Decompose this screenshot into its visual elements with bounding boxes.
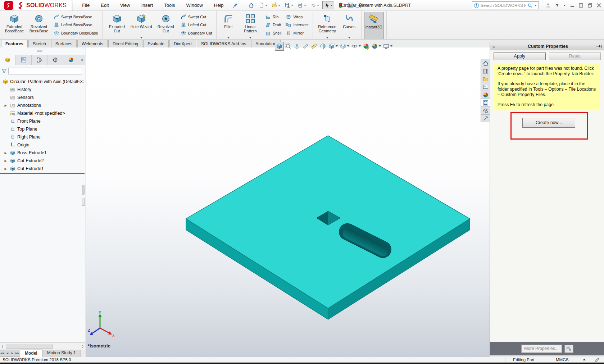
hole-wizard-dropdown-caret[interactable] bbox=[140, 37, 142, 38]
tab-direct-editing[interactable]: Direct Editing bbox=[108, 40, 142, 47]
home-button[interactable] bbox=[247, 1, 255, 9]
tree-item-history[interactable]: History bbox=[0, 86, 85, 94]
edit-appearance-button[interactable] bbox=[362, 42, 370, 50]
panel-tabs-overflow-chevron[interactable]: > bbox=[79, 55, 85, 65]
expand-arrow[interactable]: ▶ bbox=[3, 151, 8, 155]
intersect-button[interactable]: Intersect bbox=[286, 22, 308, 28]
pin-menu-icon[interactable] bbox=[232, 3, 238, 8]
tree-item-front-plane[interactable]: Front Plane bbox=[0, 117, 85, 125]
tab-dimxpert[interactable]: DimXpert bbox=[169, 40, 196, 47]
shell-button[interactable]: Shell bbox=[265, 29, 281, 36]
tag-notification-icon[interactable] bbox=[594, 357, 600, 363]
task-pane-tab-appearances-scenes[interactable] bbox=[481, 91, 490, 99]
apply-scene-button[interactable] bbox=[371, 42, 382, 50]
zoom-to-area-button[interactable] bbox=[284, 42, 292, 50]
expand-arrow[interactable]: ▶ bbox=[3, 167, 8, 170]
display-style-dropdown-caret[interactable] bbox=[347, 45, 349, 47]
undo-dropdown-caret[interactable] bbox=[317, 5, 319, 6]
new-document-dropdown-caret[interactable] bbox=[265, 5, 267, 6]
tab-propertymanager[interactable] bbox=[16, 55, 32, 65]
lofted-cut-button[interactable]: Lofted Cut bbox=[181, 22, 212, 28]
search-input[interactable]: Search SOLIDWORKS Help bbox=[481, 3, 526, 8]
open-dropdown-caret[interactable] bbox=[278, 5, 280, 6]
tab-scroll-prev[interactable]: ◀ bbox=[5, 350, 10, 357]
extruded-cut-button[interactable]: Extruded Cut bbox=[105, 12, 129, 39]
search-dropdown-caret[interactable] bbox=[535, 5, 537, 6]
new-document-button[interactable] bbox=[258, 1, 268, 9]
hide-show-items-dropdown-caret[interactable] bbox=[359, 45, 361, 47]
menu-tools[interactable]: Tools bbox=[163, 2, 176, 9]
task-pane-tab-file-explorer[interactable] bbox=[481, 75, 490, 83]
tab-surfaces[interactable]: Surfaces bbox=[51, 40, 77, 47]
task-pane-tab-solidworks-cam[interactable] bbox=[481, 106, 490, 114]
expand-arrow-icon[interactable]: ▶ bbox=[4, 151, 6, 155]
fillet-button[interactable]: Fillet bbox=[219, 12, 238, 39]
tab-weldments[interactable]: Weldments bbox=[77, 40, 108, 47]
zoom-to-fit-button[interactable] bbox=[275, 42, 284, 51]
tab-displaymanager[interactable] bbox=[63, 55, 79, 65]
apply-scene-dropdown-caret[interactable] bbox=[379, 45, 381, 47]
reference-geometry-button[interactable]: Reference Geometry bbox=[315, 12, 339, 39]
menu-help[interactable]: Help bbox=[213, 2, 224, 9]
user-account-icon[interactable] bbox=[545, 3, 551, 8]
expand-arrow[interactable]: ▶ bbox=[3, 159, 8, 163]
scroll-right-arrow[interactable]: 〉 bbox=[80, 344, 85, 349]
panel-grip-handle[interactable] bbox=[37, 50, 42, 52]
print-button[interactable] bbox=[296, 1, 307, 9]
undo-button[interactable] bbox=[309, 1, 320, 9]
help-dropdown-caret[interactable] bbox=[563, 5, 566, 6]
rib-button[interactable]: Rib bbox=[265, 13, 281, 20]
task-pane-tab-custom-properties[interactable] bbox=[481, 99, 490, 106]
boundary-cut-button[interactable]: Boundary Cut bbox=[181, 29, 212, 36]
help-button[interactable]: ? bbox=[556, 3, 559, 8]
pin-panel-icon[interactable] bbox=[596, 44, 602, 49]
view-settings-button[interactable] bbox=[382, 42, 393, 50]
tree-item-annotations[interactable]: ▶AAnnotations bbox=[0, 101, 85, 109]
measure-button[interactable] bbox=[310, 42, 318, 50]
rollback-bar[interactable] bbox=[0, 173, 85, 174]
task-pane-tab-solidworks-resources[interactable] bbox=[481, 59, 490, 67]
tree-item-material-not-specified[interactable]: Material <not specified> bbox=[0, 109, 85, 117]
tree-item-top-plane[interactable]: Top Plane bbox=[0, 125, 85, 133]
close-button[interactable] bbox=[597, 3, 601, 8]
collapse-panel-icon[interactable]: « bbox=[492, 44, 500, 49]
tab-solidworks-add-ins[interactable]: SOLIDWORKS Add-Ins bbox=[197, 40, 250, 47]
linear-pattern-button[interactable]: Linear Pattern bbox=[239, 12, 262, 39]
mirror-button[interactable]: Mirror bbox=[286, 29, 308, 36]
property-settings-icon[interactable] bbox=[564, 345, 573, 353]
tree-item-sensors[interactable]: Sensors bbox=[0, 94, 85, 101]
graphics-viewport[interactable]: Y X Z *Isometric bbox=[86, 47, 490, 357]
tree-item-boss-extrude1[interactable]: ▶Boss-Extrude1 bbox=[0, 149, 85, 157]
tab-featuremanager-design-tree[interactable] bbox=[0, 55, 16, 65]
curves-dropdown-caret[interactable] bbox=[348, 37, 350, 38]
section-tool-button[interactable] bbox=[319, 42, 327, 50]
part-model[interactable] bbox=[86, 47, 490, 357]
menu-file[interactable]: File bbox=[81, 2, 90, 9]
tab-sketch[interactable]: Sketch bbox=[28, 40, 50, 47]
previous-view-button[interactable] bbox=[293, 42, 301, 50]
units-dropdown-caret[interactable] bbox=[583, 359, 586, 360]
minimize-button[interactable] bbox=[570, 4, 574, 8]
tab-scroll-last[interactable]: ▶▶ bbox=[15, 350, 20, 357]
expand-arrow[interactable]: ▶ bbox=[3, 104, 8, 107]
panel-splitter-handle[interactable] bbox=[82, 198, 85, 206]
hole-wizard-button[interactable]: Hole Wizard bbox=[130, 12, 153, 39]
more-properties-button[interactable]: More Properties... bbox=[521, 345, 562, 353]
expand-arrow-icon[interactable]: ▶ bbox=[4, 104, 6, 107]
swept-cut-button[interactable]: Swept Cut bbox=[181, 13, 212, 20]
task-pane-tab-xpress-products[interactable] bbox=[481, 114, 490, 122]
revolved-boss-base-button[interactable]: Revolved Boss/Base bbox=[27, 12, 51, 39]
view-settings-dropdown-caret[interactable] bbox=[390, 45, 392, 47]
instant3d-button[interactable]: Instant3D bbox=[364, 12, 384, 39]
draft-button[interactable]: Draft bbox=[265, 22, 281, 28]
tree-item-right-plane[interactable]: Right Plane bbox=[0, 133, 85, 141]
panel-scrollbar-thumb[interactable] bbox=[82, 185, 85, 195]
tree-filter-input[interactable] bbox=[8, 68, 82, 74]
boundary-boss-base-button[interactable]: Boundary Boss/Base bbox=[54, 29, 98, 36]
tree-item-circular-pattern-with-axis-default[interactable]: Circular_Pattern with Axis (Default<< bbox=[0, 78, 85, 86]
tree-item-origin[interactable]: Origin bbox=[0, 141, 85, 149]
tab-features[interactable]: Features bbox=[1, 40, 28, 47]
apply-button[interactable]: Apply bbox=[494, 53, 546, 60]
tab-evaluate[interactable]: Evaluate bbox=[143, 40, 169, 47]
task-pane-tab-design-library[interactable] bbox=[481, 67, 490, 75]
